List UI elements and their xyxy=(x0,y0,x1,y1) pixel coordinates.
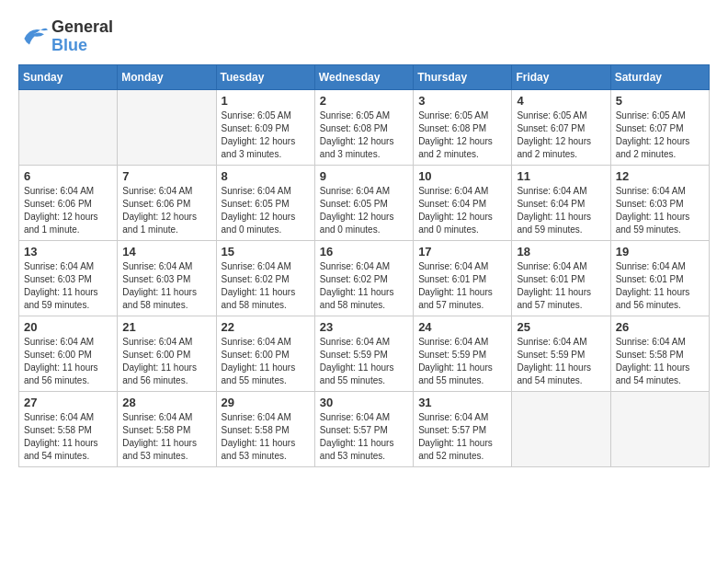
day-number: 1 xyxy=(222,94,310,108)
day-info: Sunrise: 6:04 AM Sunset: 6:01 PM Dayligh… xyxy=(616,260,704,312)
calendar-cell: 23Sunrise: 6:04 AM Sunset: 5:59 PM Dayli… xyxy=(314,316,413,391)
day-number: 13 xyxy=(24,245,112,259)
calendar-week-row: 20Sunrise: 6:04 AM Sunset: 6:00 PM Dayli… xyxy=(19,316,710,391)
day-info: Sunrise: 6:04 AM Sunset: 5:58 PM Dayligh… xyxy=(24,411,112,463)
calendar-cell: 27Sunrise: 6:04 AM Sunset: 5:58 PM Dayli… xyxy=(19,391,118,466)
weekday-header-wednesday: Wednesday xyxy=(314,64,413,89)
day-number: 23 xyxy=(320,320,408,334)
day-info: Sunrise: 6:04 AM Sunset: 5:58 PM Dayligh… xyxy=(222,411,310,463)
day-number: 7 xyxy=(122,169,210,183)
calendar-cell xyxy=(19,89,118,165)
day-number: 14 xyxy=(122,245,210,259)
day-info: Sunrise: 6:04 AM Sunset: 6:01 PM Dayligh… xyxy=(418,260,506,312)
calendar-cell: 15Sunrise: 6:04 AM Sunset: 6:02 PM Dayli… xyxy=(216,240,314,316)
day-info: Sunrise: 6:04 AM Sunset: 6:04 PM Dayligh… xyxy=(517,185,605,236)
logo: General Blue xyxy=(18,18,113,55)
calendar-cell: 24Sunrise: 6:04 AM Sunset: 5:59 PM Dayli… xyxy=(414,316,512,391)
logo-text-blue: Blue xyxy=(51,37,113,55)
day-number: 25 xyxy=(517,320,605,334)
calendar-cell: 10Sunrise: 6:04 AM Sunset: 6:04 PM Dayli… xyxy=(414,165,512,240)
calendar-cell: 2Sunrise: 6:05 AM Sunset: 6:08 PM Daylig… xyxy=(314,89,413,165)
day-number: 30 xyxy=(320,396,408,409)
calendar-cell: 6Sunrise: 6:04 AM Sunset: 6:06 PM Daylig… xyxy=(19,165,118,240)
day-info: Sunrise: 6:04 AM Sunset: 6:02 PM Dayligh… xyxy=(320,260,408,312)
day-info: Sunrise: 6:04 AM Sunset: 6:05 PM Dayligh… xyxy=(320,185,408,236)
calendar-cell: 26Sunrise: 6:04 AM Sunset: 5:58 PM Dayli… xyxy=(610,316,709,391)
calendar-cell: 13Sunrise: 6:04 AM Sunset: 6:03 PM Dayli… xyxy=(19,240,118,316)
calendar-cell: 1Sunrise: 6:05 AM Sunset: 6:09 PM Daylig… xyxy=(216,89,314,165)
calendar-cell: 25Sunrise: 6:04 AM Sunset: 5:59 PM Dayli… xyxy=(512,316,610,391)
day-number: 26 xyxy=(616,320,704,334)
logo-icon xyxy=(18,24,48,50)
calendar-cell: 30Sunrise: 6:04 AM Sunset: 5:57 PM Dayli… xyxy=(314,391,413,466)
day-number: 16 xyxy=(320,245,408,259)
day-info: Sunrise: 6:04 AM Sunset: 6:06 PM Dayligh… xyxy=(24,185,112,236)
calendar-cell: 31Sunrise: 6:04 AM Sunset: 5:57 PM Dayli… xyxy=(414,391,512,466)
day-info: Sunrise: 6:05 AM Sunset: 6:07 PM Dayligh… xyxy=(517,109,605,161)
calendar-table: SundayMondayTuesdayWednesdayThursdayFrid… xyxy=(18,64,710,467)
day-info: Sunrise: 6:04 AM Sunset: 5:59 PM Dayligh… xyxy=(418,336,506,387)
day-number: 18 xyxy=(517,245,605,259)
day-number: 3 xyxy=(418,94,506,108)
calendar-cell: 9Sunrise: 6:04 AM Sunset: 6:05 PM Daylig… xyxy=(314,165,413,240)
weekday-header-saturday: Saturday xyxy=(610,64,709,89)
day-info: Sunrise: 6:05 AM Sunset: 6:08 PM Dayligh… xyxy=(418,109,506,161)
day-number: 4 xyxy=(517,94,605,108)
day-info: Sunrise: 6:04 AM Sunset: 6:00 PM Dayligh… xyxy=(222,336,310,387)
calendar-week-row: 13Sunrise: 6:04 AM Sunset: 6:03 PM Dayli… xyxy=(19,240,710,316)
day-number: 5 xyxy=(616,94,704,108)
day-info: Sunrise: 6:04 AM Sunset: 6:00 PM Dayligh… xyxy=(24,336,112,387)
day-number: 12 xyxy=(616,169,704,183)
day-info: Sunrise: 6:04 AM Sunset: 5:58 PM Dayligh… xyxy=(616,336,704,387)
calendar-cell: 4Sunrise: 6:05 AM Sunset: 6:07 PM Daylig… xyxy=(512,89,610,165)
day-number: 15 xyxy=(222,245,310,259)
day-number: 8 xyxy=(222,169,310,183)
weekday-header-tuesday: Tuesday xyxy=(216,64,314,89)
day-number: 6 xyxy=(24,169,112,183)
day-info: Sunrise: 6:04 AM Sunset: 6:03 PM Dayligh… xyxy=(616,185,704,236)
day-number: 9 xyxy=(320,169,408,183)
calendar-cell: 18Sunrise: 6:04 AM Sunset: 6:01 PM Dayli… xyxy=(512,240,610,316)
day-info: Sunrise: 6:04 AM Sunset: 6:05 PM Dayligh… xyxy=(222,185,310,236)
day-info: Sunrise: 6:04 AM Sunset: 5:58 PM Dayligh… xyxy=(122,411,210,463)
calendar-cell: 11Sunrise: 6:04 AM Sunset: 6:04 PM Dayli… xyxy=(512,165,610,240)
calendar-week-row: 6Sunrise: 6:04 AM Sunset: 6:06 PM Daylig… xyxy=(19,165,710,240)
day-number: 10 xyxy=(418,169,506,183)
day-info: Sunrise: 6:04 AM Sunset: 6:00 PM Dayligh… xyxy=(122,336,210,387)
day-number: 2 xyxy=(320,94,408,108)
day-info: Sunrise: 6:04 AM Sunset: 5:59 PM Dayligh… xyxy=(517,336,605,387)
day-number: 22 xyxy=(222,320,310,334)
day-info: Sunrise: 6:04 AM Sunset: 6:06 PM Dayligh… xyxy=(122,185,210,236)
day-info: Sunrise: 6:04 AM Sunset: 5:57 PM Dayligh… xyxy=(418,411,506,463)
day-info: Sunrise: 6:05 AM Sunset: 6:08 PM Dayligh… xyxy=(320,109,408,161)
day-number: 21 xyxy=(122,320,210,334)
day-info: Sunrise: 6:04 AM Sunset: 5:57 PM Dayligh… xyxy=(320,411,408,463)
calendar-cell: 19Sunrise: 6:04 AM Sunset: 6:01 PM Dayli… xyxy=(610,240,709,316)
day-number: 27 xyxy=(24,396,112,409)
calendar-week-row: 1Sunrise: 6:05 AM Sunset: 6:09 PM Daylig… xyxy=(19,89,710,165)
calendar-cell: 16Sunrise: 6:04 AM Sunset: 6:02 PM Dayli… xyxy=(314,240,413,316)
day-info: Sunrise: 6:05 AM Sunset: 6:07 PM Dayligh… xyxy=(616,109,704,161)
calendar-cell: 3Sunrise: 6:05 AM Sunset: 6:08 PM Daylig… xyxy=(414,89,512,165)
calendar-cell: 21Sunrise: 6:04 AM Sunset: 6:00 PM Dayli… xyxy=(118,316,216,391)
day-number: 17 xyxy=(418,245,506,259)
weekday-header-monday: Monday xyxy=(118,64,216,89)
calendar-cell: 12Sunrise: 6:04 AM Sunset: 6:03 PM Dayli… xyxy=(610,165,709,240)
calendar-cell: 5Sunrise: 6:05 AM Sunset: 6:07 PM Daylig… xyxy=(610,89,709,165)
calendar-cell: 28Sunrise: 6:04 AM Sunset: 5:58 PM Dayli… xyxy=(118,391,216,466)
weekday-header-friday: Friday xyxy=(512,64,610,89)
calendar-cell: 8Sunrise: 6:04 AM Sunset: 6:05 PM Daylig… xyxy=(216,165,314,240)
logo-text-general: General xyxy=(51,18,113,37)
calendar-week-row: 27Sunrise: 6:04 AM Sunset: 5:58 PM Dayli… xyxy=(19,391,710,466)
calendar-cell: 20Sunrise: 6:04 AM Sunset: 6:00 PM Dayli… xyxy=(19,316,118,391)
day-number: 11 xyxy=(517,169,605,183)
weekday-header-sunday: Sunday xyxy=(19,64,118,89)
calendar-cell xyxy=(610,391,709,466)
day-number: 19 xyxy=(616,245,704,259)
day-number: 20 xyxy=(24,320,112,334)
calendar-cell: 29Sunrise: 6:04 AM Sunset: 5:58 PM Dayli… xyxy=(216,391,314,466)
day-number: 28 xyxy=(122,396,210,409)
day-number: 29 xyxy=(222,396,310,409)
page-header: General Blue xyxy=(18,18,710,55)
day-number: 24 xyxy=(418,320,506,334)
